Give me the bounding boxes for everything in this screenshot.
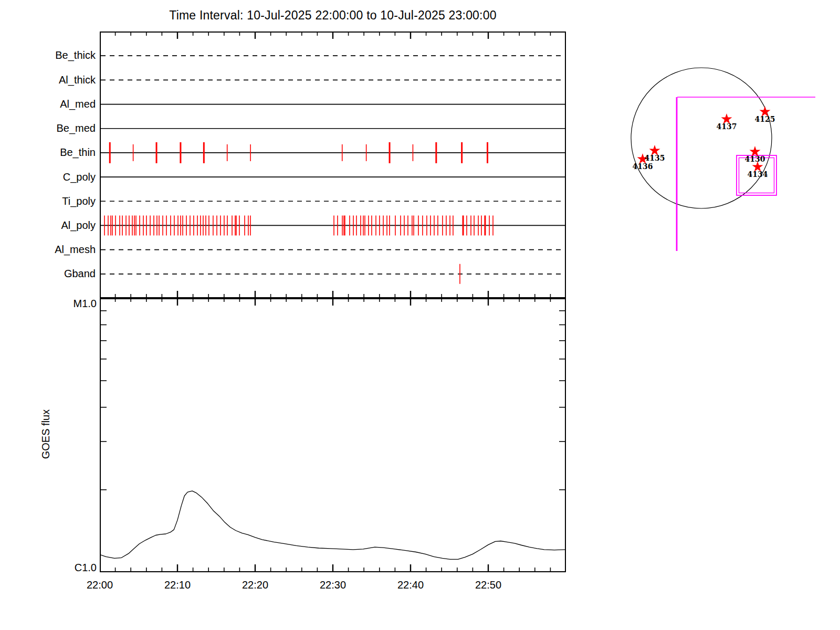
x-tick-label-2240: 22:40 (387, 579, 434, 591)
active-region-label-4135: 4135 (645, 154, 665, 162)
goes-y-max-label: M1.0 (34, 297, 97, 310)
filter-exposure-timeline-chart (100, 32, 566, 298)
row-label-al-thick: Al_thick (0, 74, 96, 86)
active-region-label-4130: 4130 (745, 155, 765, 163)
solar-disk-map: 413641374125413541304134 (578, 42, 840, 273)
row-label-al-poly: Al_poly (0, 219, 96, 232)
active-region-label-4137: 4137 (717, 122, 737, 131)
x-tick-label-2200: 22:00 (76, 579, 123, 591)
row-label-be-med: Be_med (0, 122, 96, 134)
solar-observation-summary-plot: Time Interval: 10-Jul-2025 22:00:00 to 1… (0, 0, 840, 630)
row-label-ti-poly: Ti_poly (0, 195, 96, 207)
x-tick-label-2230: 22:30 (309, 579, 356, 591)
active-region-label-4136: 4136 (633, 162, 653, 171)
row-label-al-mesh: Al_mesh (0, 243, 96, 256)
goes-flux-chart (100, 298, 566, 572)
row-label-be-thin: Be_thin (0, 146, 96, 159)
row-label-al-med: Al_med (0, 98, 96, 110)
goes-y-axis-title: GOES flux (40, 392, 52, 476)
active-region-label-4125: 4125 (755, 115, 775, 123)
x-tick-label-2220: 22:20 (232, 579, 279, 591)
active-region-label-4134: 4134 (748, 170, 768, 178)
row-label-be-thick: Be_thick (0, 49, 96, 61)
plot-title: Time Interval: 10-Jul-2025 22:00:00 to 1… (100, 8, 566, 23)
row-label-c-poly: C_poly (0, 171, 96, 183)
goes-y-min-label: C1.0 (34, 561, 97, 574)
goes-panel-border (100, 299, 565, 572)
goes-flux-curve (100, 491, 566, 559)
x-tick-label-2250: 22:50 (465, 579, 512, 591)
x-tick-label-2210: 22:10 (154, 579, 201, 591)
row-label-gband: Gband (0, 267, 96, 280)
solar-limb-circle (631, 68, 772, 208)
timeline-panel-border (100, 32, 565, 298)
